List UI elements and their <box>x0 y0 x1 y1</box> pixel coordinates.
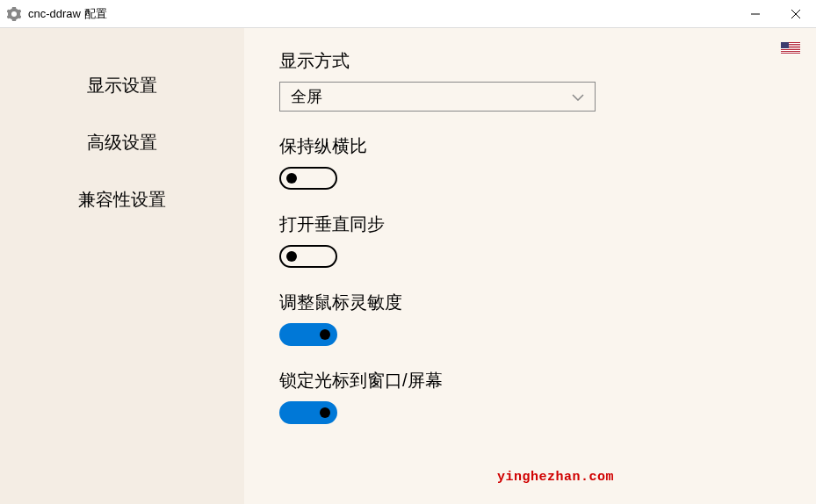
svg-rect-9 <box>781 52 800 53</box>
lock-cursor-group: 锁定光标到窗口/屏幕 <box>279 369 781 424</box>
vsync-label: 打开垂直同步 <box>279 212 781 236</box>
minimize-button[interactable] <box>735 0 776 27</box>
aspect-ratio-label: 保持纵横比 <box>279 134 781 158</box>
aspect-ratio-group: 保持纵横比 <box>279 134 781 190</box>
sidebar-item-compatibility[interactable]: 兼容性设置 <box>0 176 244 224</box>
display-mode-select[interactable]: 全屏 <box>279 82 596 112</box>
main-panel: 显示方式 全屏 保持纵横比 打开垂直同步 调整鼠标灵敏度 <box>244 28 816 504</box>
sidebar: 显示设置 高级设置 兼容性设置 <box>0 28 244 504</box>
sidebar-item-label: 显示设置 <box>87 76 157 95</box>
aspect-ratio-toggle[interactable] <box>279 167 337 190</box>
svg-rect-10 <box>781 54 800 54</box>
sidebar-item-label: 高级设置 <box>87 133 157 152</box>
mouse-sensitivity-toggle[interactable] <box>279 323 337 346</box>
toggle-knob <box>320 329 330 340</box>
mouse-sensitivity-label: 调整鼠标灵敏度 <box>279 291 781 314</box>
toggle-knob <box>286 173 297 184</box>
chevron-down-icon <box>572 90 584 104</box>
window-controls <box>735 0 816 27</box>
gear-icon <box>7 7 21 21</box>
mouse-sensitivity-group: 调整鼠标灵敏度 <box>279 291 781 346</box>
toggle-knob <box>286 251 297 262</box>
svg-rect-8 <box>781 50 800 51</box>
svg-rect-11 <box>781 42 789 48</box>
language-flag-button[interactable] <box>781 42 800 54</box>
vsync-group: 打开垂直同步 <box>279 212 781 268</box>
sidebar-item-label: 兼容性设置 <box>78 190 166 209</box>
display-mode-group: 显示方式 全屏 <box>279 49 781 112</box>
svg-rect-7 <box>781 48 800 49</box>
lock-cursor-label: 锁定光标到窗口/屏幕 <box>279 369 781 392</box>
title-bar: cnc-ddraw 配置 <box>0 0 816 28</box>
display-mode-label: 显示方式 <box>279 49 781 73</box>
watermark: yinghezhan.com <box>497 470 614 485</box>
window-title: cnc-ddraw 配置 <box>28 6 107 22</box>
lock-cursor-toggle[interactable] <box>279 401 337 424</box>
sidebar-item-advanced[interactable]: 高级设置 <box>0 119 244 167</box>
toggle-knob <box>320 407 330 418</box>
vsync-toggle[interactable] <box>279 245 337 268</box>
sidebar-item-display[interactable]: 显示设置 <box>0 61 244 110</box>
close-button[interactable] <box>776 0 816 27</box>
display-mode-value: 全屏 <box>291 86 322 107</box>
